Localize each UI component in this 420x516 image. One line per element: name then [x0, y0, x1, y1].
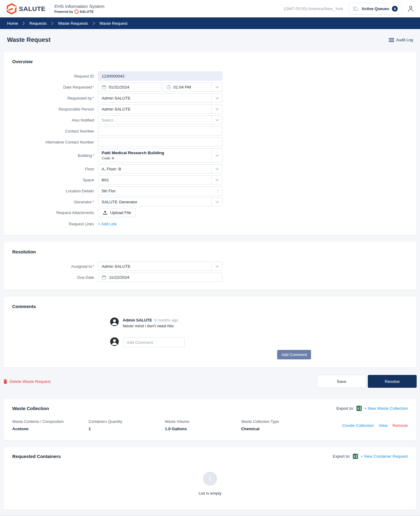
- upload-file-button[interactable]: Upload File: [98, 208, 136, 217]
- cell-contents: Acetone: [12, 427, 89, 431]
- excel-export-icon[interactable]: X: [353, 454, 358, 459]
- chevron-right-icon: [93, 22, 95, 25]
- column-header-quantity: Containers Quantity: [89, 420, 165, 424]
- floor-label: Floor: [12, 167, 98, 171]
- chevron-down-icon: [212, 176, 222, 184]
- add-comment-input[interactable]: [123, 337, 185, 347]
- add-link-button[interactable]: + Add Link: [98, 222, 117, 226]
- top-header: SALUTE EHS Information System Powered by…: [0, 0, 420, 17]
- due-date-field[interactable]: 11/22/2024: [98, 273, 223, 282]
- salute-logo[interactable]: SALUTE: [7, 3, 45, 14]
- requested-by-select[interactable]: Admin SALUTE: [98, 93, 223, 103]
- audit-log-label: Audit Log: [396, 38, 413, 42]
- column-header-volume: Waste Volume: [165, 420, 241, 424]
- chevron-down-icon: [212, 165, 222, 173]
- waste-collection-row: Waste Contents / Composition Acetone Con…: [12, 420, 408, 431]
- comments-heading: Comments: [12, 304, 408, 309]
- cell-quantity: 1: [89, 427, 165, 431]
- clock-icon: [166, 85, 171, 89]
- remove-link[interactable]: Remove: [393, 423, 408, 428]
- generator-select[interactable]: SALUTE Generator: [98, 197, 223, 206]
- location-details-label: Location Details: [12, 189, 98, 193]
- comment-timestamp: 9 months ago: [154, 318, 178, 322]
- responsible-person-select[interactable]: Admin SALUTE: [98, 104, 223, 114]
- date-requested-date-field[interactable]: 01/31/2024: [98, 82, 161, 92]
- calendar-icon: [102, 85, 106, 89]
- chevron-right-icon: [51, 22, 53, 25]
- request-attachments-label: Request Attachments: [12, 210, 98, 215]
- calendar-icon: [102, 275, 106, 280]
- info-icon: i: [203, 472, 217, 486]
- new-waste-collection-link[interactable]: + New Waste Collection: [364, 406, 408, 411]
- app-title: EHS Information System: [54, 4, 104, 9]
- breadcrumb-home[interactable]: Home: [7, 21, 18, 26]
- chevron-down-icon: [212, 105, 222, 113]
- space-select[interactable]: B01: [98, 175, 223, 184]
- trash-icon: [3, 379, 7, 384]
- user-menu-button[interactable]: [407, 5, 414, 12]
- header-divider: [50, 3, 50, 14]
- view-link[interactable]: View: [379, 423, 388, 428]
- resolution-section: Resolution Assigned to* Admin SALUTE Due…: [3, 242, 417, 290]
- chevron-down-icon: [212, 262, 222, 271]
- chevron-down-icon: [212, 198, 222, 206]
- export-to-label: Export to:: [336, 406, 354, 411]
- waste-collection-heading: Waste Collection: [12, 406, 49, 411]
- upload-icon: [103, 210, 107, 215]
- contact-number-label: Contact Number: [12, 129, 98, 133]
- overview-heading: Overview: [12, 59, 408, 64]
- assigned-to-select[interactable]: Admin SALUTE: [98, 262, 223, 271]
- location-details-field[interactable]: 5th Flor: [98, 186, 223, 195]
- comments-section: Comments Admin SALUTE 9 months ago Never…: [3, 296, 417, 368]
- active-queues-button[interactable]: Active Queues 0: [349, 3, 402, 15]
- chevron-down-icon: [212, 149, 222, 162]
- cell-type: Chemical: [241, 427, 317, 431]
- comment-text: Never mind i don't need htis: [123, 324, 178, 328]
- empty-state: i List is empty: [12, 459, 408, 510]
- chevron-down-icon: [212, 94, 222, 102]
- breadcrumb-requests[interactable]: Requests: [29, 21, 47, 26]
- alternative-contact-number-field[interactable]: [98, 137, 223, 147]
- powered-by-logo-icon: [74, 9, 78, 14]
- due-date-label: Due Date: [12, 275, 98, 280]
- chevron-down-icon: [212, 116, 222, 124]
- svg-text:X: X: [357, 407, 359, 410]
- save-button[interactable]: Save: [317, 375, 366, 388]
- active-queues-label: Active Queues: [362, 6, 389, 11]
- create-collection-link[interactable]: Create Collection: [342, 423, 374, 428]
- request-links-label: Request Links: [12, 222, 98, 226]
- comment-item: Admin SALUTE 9 months ago Never mind i d…: [110, 318, 311, 328]
- floor-select[interactable]: A, Floor: B: [98, 164, 223, 173]
- delete-waste-request-label: Delete Waste Request: [9, 379, 51, 384]
- also-notified-label: Also Notified: [12, 118, 98, 122]
- date-requested-time-field[interactable]: 01:04 PM: [163, 82, 223, 92]
- salute-logo-icon: [7, 3, 16, 14]
- also-notified-select[interactable]: Select...: [98, 115, 223, 125]
- excel-export-icon[interactable]: X: [357, 406, 362, 411]
- column-header-contents: Waste Contents / Composition: [12, 420, 89, 424]
- generator-label: Generator*: [12, 200, 98, 204]
- resolve-button[interactable]: Resolve: [368, 375, 417, 388]
- delete-waste-request-button[interactable]: Delete Waste Request: [3, 379, 51, 384]
- new-container-request-link[interactable]: + New Container Request: [360, 454, 408, 459]
- audit-log-icon: [389, 38, 394, 42]
- resize-grip-icon[interactable]: [217, 189, 219, 193]
- powered-by-label: Powered by: [54, 10, 73, 13]
- audit-log-button[interactable]: Audit Log: [389, 38, 413, 42]
- breadcrumb: Home Requests Waste Requests Waste Reque…: [0, 17, 420, 29]
- chevron-right-icon: [23, 22, 25, 25]
- request-id-field: 1230000042: [98, 71, 223, 81]
- add-comment-button[interactable]: Add Comment: [277, 350, 311, 359]
- building-select[interactable]: Patti Medical Research Building Code: A: [98, 148, 223, 162]
- assigned-to-label: Assigned to*: [12, 264, 98, 269]
- svg-text:X: X: [353, 455, 356, 458]
- date-requested-label: Date Requested*: [12, 85, 98, 89]
- column-header-type: Waste Collection Type: [241, 420, 317, 424]
- avatar: [110, 318, 119, 326]
- user-icon: [407, 5, 414, 12]
- brand-name: SALUTE: [19, 5, 45, 13]
- contact-number-field[interactable]: [98, 126, 223, 136]
- waste-collection-section: Waste Collection Export to: X + New Wast…: [3, 399, 417, 441]
- overview-section: Overview Request ID 1230000042 Date Requ…: [3, 51, 417, 235]
- breadcrumb-waste-requests[interactable]: Waste Requests: [58, 21, 88, 26]
